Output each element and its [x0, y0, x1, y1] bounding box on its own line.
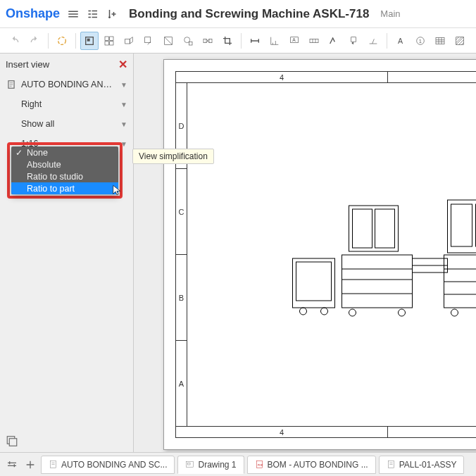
menu-icon[interactable] — [67, 8, 80, 20]
svg-rect-28 — [9, 439, 17, 446]
svg-rect-8 — [105, 41, 108, 44]
svg-rect-30 — [296, 262, 332, 301]
crop-view-button[interactable] — [218, 32, 237, 50]
tab-bar: AUTO BONDING AND SC... Drawing 1 PDF BOM… — [0, 452, 476, 476]
svg-rect-14 — [189, 42, 192, 45]
orientation-value: Right — [21, 99, 120, 109]
svg-rect-44 — [448, 200, 477, 253]
svg-point-32 — [321, 308, 328, 315]
datum-button[interactable] — [344, 32, 363, 50]
ruler-top: 4 3 — [176, 72, 476, 83]
dimension-button[interactable] — [246, 32, 264, 50]
section-view-button[interactable] — [159, 32, 177, 50]
tree-icon[interactable] — [87, 8, 99, 20]
add-feature-icon[interactable] — [106, 8, 119, 20]
ruler-cell: C — [176, 169, 187, 255]
separator — [48, 33, 49, 49]
text-button[interactable]: A — [392, 32, 410, 50]
ruler-cell: 4 — [176, 427, 388, 437]
svg-point-31 — [300, 308, 307, 315]
dropdown-item-none[interactable]: None — [11, 146, 118, 158]
doc-icon — [6, 79, 17, 90]
ruler-cell: 4 — [176, 72, 388, 82]
svg-point-3 — [58, 37, 66, 44]
callout-button[interactable]: 1 — [411, 32, 430, 50]
ruler-cell: 3 — [388, 427, 476, 437]
table-button[interactable] — [431, 32, 449, 50]
aux-view-button[interactable] — [139, 32, 158, 50]
tab-label: BOM - AUTO BONDING ... — [268, 460, 368, 470]
svg-rect-9 — [110, 41, 113, 44]
machine-view — [289, 199, 476, 318]
svg-text:PDF: PDF — [257, 464, 263, 467]
ruler-cell: 3 — [388, 72, 476, 82]
drawing-canvas[interactable]: 4 3 D C B A 4 3 — [134, 54, 476, 452]
ruler-bottom: 4 3 — [176, 426, 476, 437]
tab-label: PALL-01-ASSY — [399, 460, 457, 470]
svg-rect-45 — [451, 204, 472, 246]
dropdown-item-ratio-studio[interactable]: Ratio to studio — [11, 170, 118, 182]
separator — [75, 33, 76, 49]
tooltip: View simplification — [132, 149, 214, 164]
svg-rect-34 — [353, 209, 372, 248]
projected-view-button[interactable] — [120, 32, 138, 50]
surface-finish-button[interactable] — [325, 32, 343, 50]
svg-rect-10 — [125, 39, 130, 44]
ruler-cell: A — [176, 341, 187, 426]
note-button[interactable]: A — [285, 32, 303, 50]
gtol-button[interactable] — [305, 32, 323, 50]
svg-point-0 — [88, 10, 89, 11]
svg-rect-24 — [436, 37, 444, 44]
sheet-icon[interactable] — [6, 434, 18, 446]
dropdown-item-ratio-part[interactable]: Ratio to part — [11, 182, 118, 194]
close-icon[interactable]: ✕ — [118, 58, 127, 71]
tab-pall[interactable]: PALL-01-ASSY — [379, 456, 465, 474]
tab-bom[interactable]: PDF BOM - AUTO BONDING ... — [247, 456, 376, 474]
add-tab-icon[interactable] — [23, 457, 38, 472]
tab-label: AUTO BONDING AND SC... — [61, 460, 167, 470]
svg-point-2 — [88, 16, 89, 18]
hatch-button[interactable] — [451, 32, 469, 50]
visibility-value: Show all — [21, 119, 120, 129]
orientation-select[interactable]: Right ▼ — [0, 94, 133, 114]
svg-rect-6 — [105, 37, 108, 40]
document-title: Bonding and Screwing Machine ASKL-718 — [129, 7, 369, 21]
visibility-select[interactable]: Show all ▼ — [0, 114, 133, 134]
doc-icon — [49, 460, 58, 469]
toolbar: A A 1 — [0, 28, 476, 54]
svg-text:A: A — [292, 37, 296, 42]
drawing-sheet: 4 3 D C B A 4 3 — [163, 59, 476, 450]
svg-point-1 — [88, 13, 89, 15]
weld-button[interactable] — [364, 32, 382, 50]
redo-button[interactable] — [25, 32, 44, 50]
document-select[interactable]: AUTO BONDING AND SC ▼ — [0, 75, 133, 94]
version-label[interactable]: Main — [380, 8, 400, 19]
doc-icon — [387, 460, 396, 469]
tab-auto-bonding[interactable]: AUTO BONDING AND SC... — [41, 456, 175, 474]
separator — [241, 33, 242, 49]
tab-options-icon[interactable] — [4, 457, 20, 472]
svg-rect-20 — [351, 37, 356, 42]
undo-button[interactable] — [6, 32, 24, 50]
svg-point-41 — [399, 309, 406, 316]
insert-view-button[interactable] — [80, 32, 99, 50]
drawing-icon — [185, 460, 194, 469]
app-header: Onshape Bonding and Screwing Machine ASK… — [0, 0, 476, 28]
ruler-left: D C B A — [176, 83, 187, 426]
update-icon[interactable] — [53, 32, 71, 50]
separator — [387, 33, 387, 49]
four-view-button[interactable] — [100, 32, 118, 50]
panel-title: Insert view — [6, 59, 49, 70]
tab-drawing-1[interactable]: Drawing 1 — [177, 456, 244, 474]
detail-view-button[interactable] — [179, 32, 197, 50]
document-select-value: AUTO BONDING AND SC — [21, 80, 116, 89]
svg-rect-65 — [188, 463, 191, 465]
svg-rect-15 — [203, 39, 206, 42]
drawing-border: 4 3 D C B A 4 3 — [175, 71, 476, 438]
panel-header: Insert view ✕ — [0, 54, 133, 75]
ordinate-button[interactable] — [265, 32, 284, 50]
break-view-button[interactable] — [199, 32, 217, 50]
main-area: Insert view ✕ AUTO BONDING AND SC ▼ Righ… — [0, 54, 476, 452]
simplification-dropdown[interactable]: None Absolute Ratio to studio Ratio to p… — [11, 146, 118, 194]
dropdown-item-absolute[interactable]: Absolute — [11, 158, 118, 170]
